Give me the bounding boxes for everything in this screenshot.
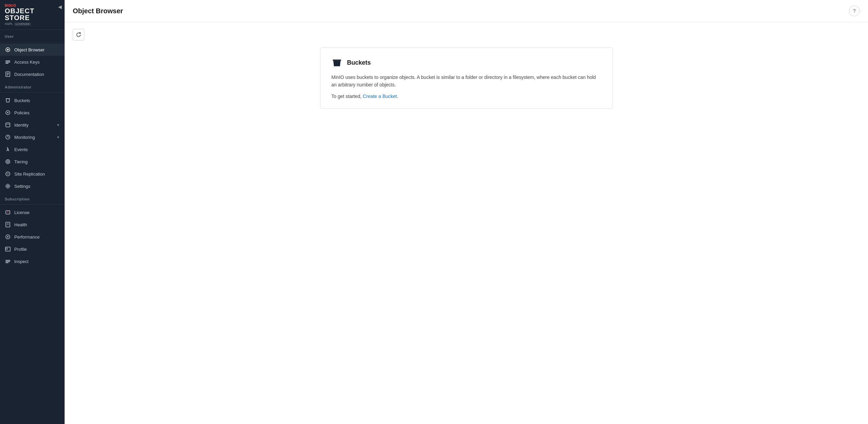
divider-administrator — [0, 93, 65, 93]
logo-main: OBJECT STORE — [5, 7, 60, 21]
logo-text: MIN/O OBJECT STORE AGPL LICENSE — [5, 4, 60, 26]
sidebar-item-label-object-browser: Object Browser — [14, 47, 45, 52]
svg-point-27 — [7, 236, 8, 238]
top-bar: Object Browser ? — [65, 0, 868, 22]
info-card-description: MinIO uses buckets to organize objects. … — [331, 74, 601, 89]
sidebar-item-label-policies: Policies — [14, 110, 30, 115]
svg-rect-12 — [6, 123, 10, 127]
main-content: Object Browser ? Buckets MinIO uses buck… — [65, 0, 868, 424]
object-browser-icon — [5, 47, 11, 53]
sidebar-item-label-buckets: Buckets — [14, 98, 30, 103]
svg-point-18 — [7, 161, 9, 163]
access-keys-icon — [5, 59, 11, 65]
refresh-icon — [76, 32, 81, 37]
bucket-icon — [331, 57, 342, 68]
sidebar-item-label-settings: Settings — [14, 184, 30, 189]
sidebar-item-performance[interactable]: Performance — [0, 231, 65, 243]
performance-icon — [5, 234, 11, 240]
svg-point-20 — [7, 185, 9, 187]
refresh-button[interactable] — [73, 29, 84, 40]
info-card-action-prefix: To get started, — [331, 94, 362, 99]
sidebar-item-label-tiering: Tiering — [14, 159, 28, 164]
license-icon — [5, 209, 11, 215]
sidebar-item-label-events: Events — [14, 147, 28, 152]
monitoring-icon — [5, 134, 11, 140]
info-card-action: To get started, Create a Bucket. — [331, 94, 601, 99]
sidebar-item-label-documentation: Documentation — [14, 72, 44, 77]
svg-rect-30 — [5, 260, 10, 261]
sidebar-item-settings[interactable]: Settings — [0, 180, 65, 192]
sidebar-item-access-keys[interactable]: Access Keys — [0, 56, 65, 68]
section-label-subscription: Subscription — [0, 192, 65, 203]
svg-rect-21 — [6, 211, 10, 214]
info-card: Buckets MinIO uses buckets to organize o… — [320, 47, 613, 109]
sidebar-item-label-license: License — [14, 210, 30, 215]
documentation-icon — [5, 71, 11, 77]
sidebar-item-label-inspect: Inspect — [14, 259, 29, 264]
divider-user — [0, 42, 65, 42]
sidebar-item-label-profile: Profile — [14, 247, 27, 252]
sidebar-item-buckets[interactable]: Buckets — [0, 94, 65, 107]
page-title: Object Browser — [73, 7, 123, 15]
identity-chevron-icon: ▼ — [56, 123, 60, 127]
logo-agpl: AGPL — [5, 22, 13, 26]
identity-icon — [5, 122, 11, 128]
logo-license: LICENSE — [14, 22, 31, 26]
svg-rect-32 — [5, 262, 8, 263]
svg-rect-3 — [5, 62, 10, 63]
settings-icon — [5, 183, 11, 189]
svg-rect-4 — [5, 63, 8, 64]
events-icon: λ — [5, 146, 11, 152]
sidebar-item-monitoring[interactable]: Monitoring ▼ — [0, 131, 65, 143]
sidebar: MIN/O OBJECT STORE AGPL LICENSE ◀ User O… — [0, 0, 65, 424]
sidebar-item-object-browser[interactable]: Object Browser — [0, 44, 65, 56]
profile-icon — [5, 246, 11, 252]
sidebar-item-label-monitoring: Monitoring — [14, 135, 35, 140]
inspect-icon — [5, 258, 11, 264]
buckets-icon — [5, 97, 11, 103]
health-icon — [5, 222, 11, 228]
sidebar-item-tiering[interactable]: Tiering — [0, 156, 65, 168]
sidebar-item-policies[interactable]: Policies — [0, 107, 65, 119]
section-label-administrator: Administrator — [0, 80, 65, 91]
sidebar-item-health[interactable]: Health — [0, 218, 65, 231]
help-button[interactable]: ? — [849, 5, 860, 16]
sidebar-item-profile[interactable]: Profile — [0, 243, 65, 255]
sidebar-item-site-replication[interactable]: Site Replication — [0, 168, 65, 180]
divider-subscription — [0, 205, 65, 205]
section-label-user: User — [0, 30, 65, 40]
svg-rect-33 — [333, 60, 341, 61]
logo-area: MIN/O OBJECT STORE AGPL LICENSE ◀ — [0, 0, 65, 30]
info-card-header: Buckets — [331, 57, 601, 68]
create-bucket-link[interactable]: Create a Bucket. — [363, 94, 398, 99]
sidebar-item-license[interactable]: License — [0, 206, 65, 218]
svg-rect-31 — [5, 261, 10, 262]
sidebar-item-label-access-keys: Access Keys — [14, 60, 39, 65]
tiering-icon — [5, 159, 11, 165]
collapse-sidebar-button[interactable]: ◀ — [58, 4, 62, 10]
content-area: Buckets MinIO uses buckets to organize o… — [65, 22, 868, 424]
sidebar-item-inspect[interactable]: Inspect — [0, 255, 65, 267]
site-replication-icon — [5, 171, 11, 177]
svg-point-1 — [7, 49, 9, 51]
monitoring-chevron-icon: ▼ — [56, 135, 60, 139]
sidebar-item-label-performance: Performance — [14, 234, 39, 240]
sidebar-item-identity[interactable]: Identity ▼ — [0, 119, 65, 131]
sidebar-item-label-site-replication: Site Replication — [14, 172, 45, 177]
sidebar-item-label-health: Health — [14, 222, 27, 227]
policies-icon — [5, 110, 11, 116]
svg-point-17 — [6, 160, 10, 164]
svg-point-11 — [7, 112, 8, 113]
info-card-title: Buckets — [347, 59, 371, 66]
svg-point-19 — [6, 172, 10, 176]
sidebar-item-documentation[interactable]: Documentation — [0, 68, 65, 80]
sidebar-item-label-identity: Identity — [14, 123, 29, 128]
svg-rect-29 — [6, 248, 7, 249]
sidebar-item-events[interactable]: λ Events — [0, 143, 65, 156]
svg-rect-2 — [5, 61, 10, 61]
